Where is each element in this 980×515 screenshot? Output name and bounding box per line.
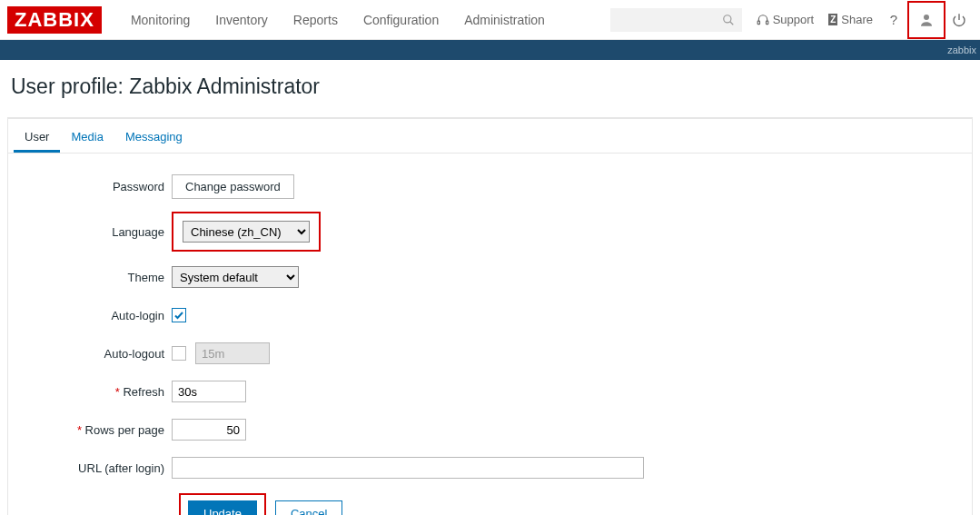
language-highlight: Chinese (zh_CN) <box>172 212 321 252</box>
change-password-button[interactable]: Change password <box>172 174 294 199</box>
check-icon <box>173 310 184 321</box>
tab-messaging[interactable]: Messaging <box>114 119 193 153</box>
nav-configuration[interactable]: Configuration <box>351 13 451 27</box>
refresh-label: * Refresh <box>17 385 172 399</box>
nav-reports[interactable]: Reports <box>281 13 351 27</box>
user-form: Password Change password Language Chines… <box>8 154 972 515</box>
tabs: User Media Messaging <box>8 119 972 154</box>
user-icon <box>918 12 935 28</box>
profile-form-block: User Media Messaging Password Change pas… <box>7 118 973 515</box>
form-actions: Update Cancel <box>179 493 963 515</box>
support-link[interactable]: Support <box>749 13 822 26</box>
url-after-login-label: URL (after login) <box>17 461 172 475</box>
theme-label: Theme <box>17 271 172 284</box>
url-after-login-input[interactable] <box>172 457 644 479</box>
auto-login-label: Auto-login <box>17 309 172 322</box>
svg-line-1 <box>729 21 733 25</box>
language-label: Language <box>17 225 172 239</box>
cancel-button[interactable]: Cancel <box>275 500 342 515</box>
language-select[interactable]: Chinese (zh_CN) <box>183 221 310 243</box>
svg-rect-2 <box>757 21 759 25</box>
main-nav: Monitoring Inventory Reports Configurati… <box>118 13 558 27</box>
update-button[interactable]: Update <box>188 500 257 515</box>
svg-rect-3 <box>766 21 767 25</box>
nav-administration[interactable]: Administration <box>451 13 558 27</box>
rows-per-page-label: * Rows per page <box>17 423 172 437</box>
support-label: Support <box>773 13 815 26</box>
user-profile-button[interactable] <box>907 1 945 39</box>
page-title: User profile: Zabbix Administrator <box>11 74 973 99</box>
nav-inventory[interactable]: Inventory <box>203 13 281 27</box>
update-highlight: Update <box>179 493 266 515</box>
user-tag: zabbix <box>947 45 976 55</box>
rows-per-page-input[interactable] <box>172 419 246 441</box>
share-icon: Z <box>828 14 837 25</box>
logo[interactable]: ZABBIX <box>7 6 102 34</box>
auto-logout-label: Auto-logout <box>17 347 172 361</box>
tab-media[interactable]: Media <box>60 119 114 153</box>
refresh-input[interactable] <box>172 381 246 402</box>
share-link[interactable]: Z Share <box>821 13 880 26</box>
share-label: Share <box>841 13 873 26</box>
page-content: User profile: Zabbix Administrator User … <box>0 60 980 515</box>
tab-user[interactable]: User <box>14 119 60 153</box>
help-button[interactable]: ? <box>880 5 907 35</box>
search-input[interactable] <box>610 8 742 32</box>
question-icon: ? <box>890 12 897 27</box>
top-nav: ZABBIX Monitoring Inventory Reports Conf… <box>0 0 980 40</box>
theme-select[interactable]: System default <box>172 266 299 288</box>
headset-icon <box>757 14 769 26</box>
sub-nav-bar: zabbix <box>0 40 980 60</box>
search-icon <box>722 14 735 26</box>
nav-monitoring[interactable]: Monitoring <box>118 13 203 27</box>
logout-button[interactable] <box>945 5 973 35</box>
svg-point-0 <box>723 15 730 22</box>
power-icon <box>952 13 966 27</box>
auto-logout-checkbox[interactable] <box>172 346 186 361</box>
auto-login-checkbox[interactable] <box>172 308 186 322</box>
password-label: Password <box>17 180 172 193</box>
auto-logout-input <box>195 342 270 364</box>
svg-point-4 <box>924 15 929 20</box>
